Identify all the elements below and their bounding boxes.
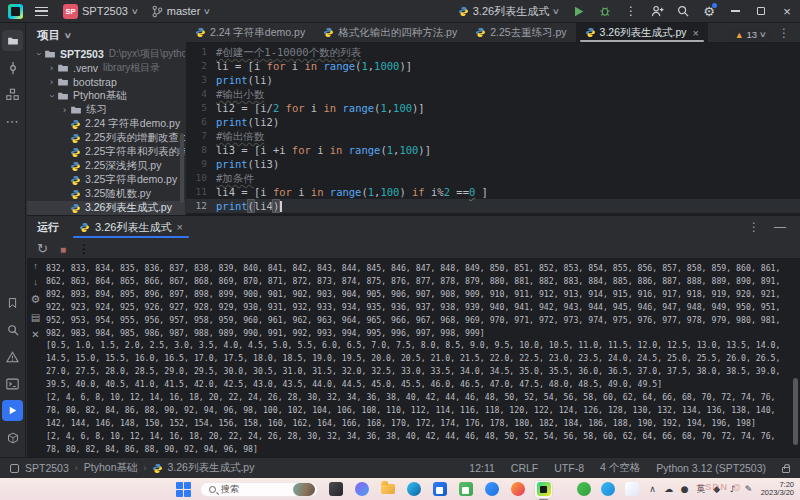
green-app-icon[interactable]	[576, 481, 593, 498]
structure-icon[interactable]	[2, 84, 23, 105]
indent-setting[interactable]: 4 个空格	[600, 461, 640, 475]
rerun-icon[interactable]: ↻	[37, 239, 48, 257]
lang-indicator[interactable]: 英	[696, 483, 706, 496]
more-icon[interactable]: ⋮	[748, 220, 760, 234]
tree-item[interactable]: 2.25深浅拷贝.py	[27, 159, 185, 173]
code-line[interactable]: 5li2 = [i/2 for i in range(1,100)]	[186, 101, 800, 115]
tree-item[interactable]: ›SPT2503D:\pyx\项目\python\myflask	[27, 47, 185, 61]
lock-icon[interactable]	[782, 467, 790, 473]
tree-item[interactable]: 3.25字符串demo.py	[27, 173, 185, 187]
up-icon[interactable]: ↑	[33, 261, 38, 271]
tray-expand-icon[interactable]: ∧	[648, 484, 658, 494]
shield-icon[interactable]: ●	[680, 484, 690, 494]
caret-position[interactable]: 12:11	[469, 462, 495, 474]
branch-widget[interactable]: master ∨	[145, 0, 217, 22]
code-line[interactable]: 6print(li2)	[186, 115, 800, 129]
breadcrumb-item[interactable]: SPT2503	[25, 462, 69, 474]
console-scrollbar[interactable]	[793, 378, 798, 445]
close-button[interactable]: ×	[774, 0, 800, 22]
project-icon[interactable]	[2, 30, 23, 51]
tree-item[interactable]: ›bootstrap	[27, 75, 185, 89]
code-line[interactable]: 3print(li)	[186, 73, 800, 87]
settings-icon[interactable]: ⚙	[696, 0, 722, 22]
tree-item[interactable]: 2.25列表的增删改查.py	[27, 131, 185, 145]
pen-icon[interactable]: ✎	[744, 484, 754, 494]
file-encoding[interactable]: UTF-8	[554, 462, 584, 474]
line-separator[interactable]: CRLF	[511, 462, 538, 474]
code-line[interactable]: 8li3 = [i +i for i in range(1,100)]	[186, 143, 800, 157]
code-line[interactable]: 4#输出小数	[186, 87, 800, 101]
breadcrumb-item[interactable]: 3.26列表生成式.py	[167, 461, 254, 475]
tree-item[interactable]: 3.26列表生成式.py	[27, 201, 185, 215]
stop-icon[interactable]: ■	[60, 239, 66, 257]
project-scrollbar[interactable]	[180, 133, 184, 203]
cloud-app-icon[interactable]	[624, 481, 641, 498]
explorer-icon[interactable]	[379, 481, 396, 498]
tree-item[interactable]: 2.24 字符串demo.py	[27, 117, 185, 131]
settings-icon[interactable]: ⚙	[31, 293, 41, 306]
store-icon[interactable]	[431, 481, 448, 498]
taskbar-search[interactable]: 搜索	[200, 482, 318, 497]
breadcrumb-item[interactable]: Ptyhon基础	[84, 461, 138, 475]
more-icon[interactable]: ⋮	[78, 239, 90, 257]
project-widget[interactable]: SP SPT2503 ∨	[56, 0, 145, 22]
commit-icon[interactable]	[2, 57, 23, 78]
run-config-selector[interactable]: 3.26列表生成式 ∨	[451, 0, 566, 22]
code-editor[interactable]: 1#创建一个1-10000个数的列表2li = [i for i in rang…	[186, 43, 800, 215]
code-with-me-icon[interactable]	[644, 0, 670, 22]
problems-icon[interactable]	[2, 346, 23, 367]
qq-icon[interactable]	[600, 481, 617, 498]
editor-tab[interactable]: 3.26列表生成式.py×	[576, 23, 708, 42]
close-tab-icon[interactable]: ×	[693, 27, 699, 39]
code-line[interactable]: 1#创建一个1-10000个数的列表	[186, 45, 800, 59]
more-icon[interactable]: ⋯	[2, 111, 23, 132]
editor-options-icon[interactable]: ⋮	[768, 23, 800, 42]
tree-item[interactable]: ›.venvlibrary根目录	[27, 61, 185, 75]
pycharm-icon[interactable]	[535, 481, 552, 498]
tree-item[interactable]: 2.25字符串和列表的转换.py	[27, 145, 185, 159]
tree-item[interactable]: ›练习	[27, 103, 185, 117]
weather-icon[interactable]: ☁	[664, 484, 674, 494]
run-tab[interactable]: 3.26列表生成式 ×	[71, 216, 191, 238]
more-actions-icon[interactable]: ⋮	[618, 0, 644, 22]
code-line[interactable]: 10#加条件	[186, 171, 800, 185]
code-line[interactable]: 2li = [i for i in range(1,1000)]	[186, 59, 800, 73]
edge-icon[interactable]	[405, 481, 422, 498]
inspections-widget[interactable]: ▲ 13 ∨	[729, 28, 772, 41]
run-button[interactable]	[566, 0, 592, 22]
search-highlight-image[interactable]	[293, 483, 315, 496]
search-everywhere-icon[interactable]	[670, 0, 696, 22]
code-line[interactable]: 11li4 = [i for i in range(1,100) if i%2 …	[186, 185, 800, 199]
tree-item[interactable]: ›Ptyhon基础	[27, 89, 185, 103]
breadcrumb[interactable]: SPT2503›Ptyhon基础›3.26列表生成式.py	[10, 461, 254, 475]
debug-button[interactable]	[592, 0, 618, 22]
maximize-button[interactable]	[748, 0, 774, 22]
run-console-output[interactable]: 832, 833, 834, 835, 836, 837, 838, 839, …	[46, 262, 792, 457]
purple-app-icon[interactable]	[353, 481, 370, 498]
find-icon[interactable]	[2, 319, 23, 340]
code-line[interactable]: 9print(li3)	[186, 157, 800, 171]
start-button[interactable]	[176, 482, 191, 497]
chevron-down-icon[interactable]: ∨	[64, 31, 72, 40]
code-line[interactable]: 7#输出倍数	[186, 129, 800, 143]
minimize-button[interactable]	[722, 0, 748, 22]
packages-icon[interactable]	[2, 427, 23, 448]
close-icon[interactable]: ×	[176, 221, 182, 233]
meeting-app-icon[interactable]	[483, 481, 500, 498]
clear-icon[interactable]: ✕	[31, 329, 39, 340]
network-icon[interactable]: ◆	[712, 484, 722, 494]
terminal-icon[interactable]	[2, 373, 23, 394]
taskbar-clock[interactable]: 7:20 2023/3/20	[761, 481, 794, 498]
soft-wrap-icon[interactable]: ▤	[31, 312, 40, 323]
run-icon[interactable]	[2, 400, 23, 421]
python-interpreter[interactable]: Python 3.12 (SPT2503)	[656, 462, 766, 474]
main-menu-icon[interactable]	[35, 7, 48, 16]
volume-muted-icon[interactable]: ♪	[728, 484, 738, 494]
down-icon[interactable]: ↓	[33, 277, 38, 287]
editor-tab[interactable]: 格式化输出的四种方法.py	[314, 23, 466, 42]
bookmarks-icon[interactable]	[2, 292, 23, 313]
firefox-icon[interactable]	[509, 481, 526, 498]
task-view-icon[interactable]	[327, 481, 344, 498]
hide-icon[interactable]: —	[774, 220, 786, 234]
tree-item[interactable]: 3.25随机数.py	[27, 187, 185, 201]
